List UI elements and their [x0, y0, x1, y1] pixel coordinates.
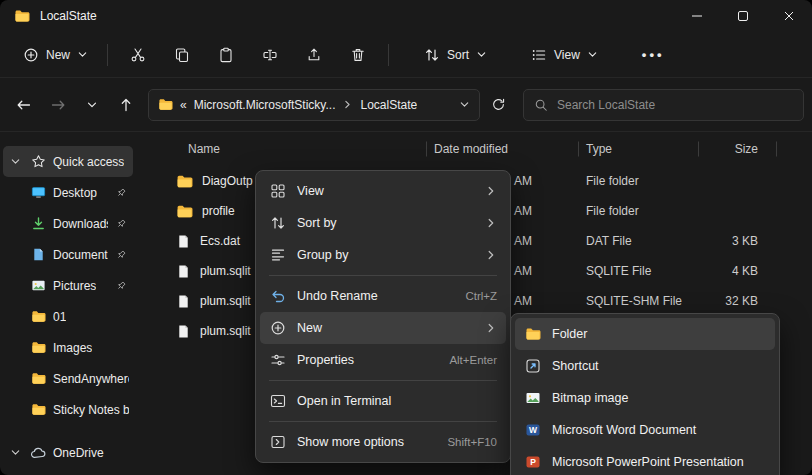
folder-icon [30, 309, 46, 324]
chevron-right-icon [485, 217, 497, 229]
file-name: plum.sqlit [200, 294, 251, 308]
context-menu-item-show-more-options[interactable]: Show more options Shift+F10 [260, 426, 506, 458]
copy-icon [174, 47, 190, 63]
sidebar-item-sendanywhere[interactable]: SendAnywhere [3, 363, 133, 394]
maximize-button[interactable] [720, 0, 766, 32]
sidebar-item-01[interactable]: 01 [3, 301, 133, 332]
sidebar-item-downloads[interactable]: Downloads [3, 208, 133, 239]
submenu-item-folder[interactable]: Folder [515, 318, 775, 350]
delete-button[interactable] [340, 38, 376, 72]
context-menu-item-open-in-terminal[interactable]: Open in Terminal [260, 385, 506, 417]
image-icon [524, 390, 541, 406]
menu-separator [269, 275, 497, 276]
close-button[interactable] [766, 0, 812, 32]
sidebar-item-sticky-notes[interactable]: Sticky Notes ba [3, 394, 133, 425]
column-header-name[interactable]: Name [136, 132, 426, 166]
submenu-item-word-document[interactable]: W Microsoft Word Document [515, 414, 775, 446]
sidebar-item-label: Quick access [53, 155, 124, 169]
file-icon [176, 264, 191, 279]
title-bar: LocalState [0, 0, 812, 32]
file-type: SQLITE-SHM File [578, 294, 698, 308]
paste-button[interactable] [208, 38, 244, 72]
context-menu-item-undo-rename[interactable]: Undo Rename Ctrl+Z [260, 280, 506, 312]
minimize-button[interactable] [674, 0, 720, 32]
sidebar-item-desktop[interactable]: Desktop [3, 177, 133, 208]
context-menu-item-view[interactable]: View [260, 175, 506, 207]
file-name: Ecs.dat [200, 234, 240, 248]
context-menu-item-group-by[interactable]: Group by [260, 239, 506, 271]
view-grid-icon [269, 183, 286, 199]
sidebar-item-quick-access[interactable]: Quick access [3, 146, 133, 177]
chevron-down-icon [77, 49, 88, 60]
rename-button[interactable] [252, 38, 288, 72]
word-icon: W [524, 422, 541, 438]
star-icon [30, 154, 46, 169]
submenu-item-bitmap-image[interactable]: Bitmap image [515, 382, 775, 414]
folder-icon [30, 371, 46, 386]
column-header-size[interactable]: Size [698, 132, 776, 166]
cut-button[interactable] [120, 38, 156, 72]
powerpoint-icon: P [524, 454, 541, 470]
context-menu: View Sort by Group by Undo Rename Ctrl+Z… [255, 170, 511, 463]
breadcrumb-overflow[interactable]: « [180, 98, 187, 112]
toolbar-separator [388, 44, 389, 66]
search-input[interactable] [557, 98, 793, 112]
sidebar-item-label: Desktop [53, 186, 97, 200]
chevron-down-icon[interactable] [7, 447, 23, 458]
monitor-icon [30, 185, 46, 200]
view-icon [531, 47, 547, 63]
sidebar-item-images[interactable]: Images [3, 332, 133, 363]
sort-button-label: Sort [447, 48, 469, 62]
new-button[interactable]: New [14, 40, 97, 70]
submenu-item-shortcut[interactable]: Shortcut [515, 350, 775, 382]
sidebar-item-documents[interactable]: Documents [3, 239, 133, 270]
context-menu-item-sort-by[interactable]: Sort by [260, 207, 506, 239]
pin-icon [115, 249, 129, 261]
submenu-item-powerpoint-presentation[interactable]: P Microsoft PowerPoint Presentation [515, 446, 775, 475]
properties-icon [269, 352, 286, 368]
command-toolbar: New Sort View ••• [0, 32, 812, 78]
context-menu-item-properties[interactable]: Properties Alt+Enter [260, 344, 506, 376]
new-submenu: Folder Shortcut Bitmap image W Microsoft… [510, 313, 780, 475]
sidebar-item-onedrive[interactable]: OneDrive [3, 437, 133, 468]
view-button[interactable]: View [522, 40, 607, 70]
sort-button[interactable]: Sort [415, 40, 496, 70]
breadcrumb-current[interactable]: LocalState [360, 98, 417, 112]
share-icon [306, 47, 322, 63]
sidebar-item-label: Documents [53, 248, 108, 262]
context-menu-item-new[interactable]: New [260, 312, 506, 344]
back-button[interactable] [8, 89, 39, 120]
refresh-button[interactable] [483, 89, 514, 120]
file-size: 32 KB [698, 294, 776, 308]
chevron-right-icon [342, 99, 353, 110]
plus-circle-icon [269, 320, 286, 336]
navigation-bar: « Microsoft.MicrosoftSticky... LocalStat… [0, 78, 812, 132]
see-more-button[interactable]: ••• [633, 40, 674, 69]
folder-icon [14, 8, 30, 24]
show-more-icon [269, 434, 286, 450]
column-header-spacer [776, 132, 812, 166]
forward-button[interactable] [42, 89, 73, 120]
file-type: File folder [578, 204, 698, 218]
column-header-type[interactable]: Type [578, 132, 698, 166]
plus-circle-icon [23, 47, 39, 63]
copy-button[interactable] [164, 38, 200, 72]
file-explorer-window: LocalState New Sort [0, 0, 812, 475]
column-header-date-modified[interactable]: Date modified [426, 132, 578, 166]
recent-locations-button[interactable] [76, 89, 107, 120]
shortcut-icon [524, 358, 541, 374]
view-button-label: View [554, 48, 580, 62]
address-bar[interactable]: « Microsoft.MicrosoftSticky... LocalStat… [148, 89, 480, 121]
share-button[interactable] [296, 38, 332, 72]
file-name: plum.sqlit [200, 324, 251, 338]
sidebar-item-pictures[interactable]: Pictures [3, 270, 133, 301]
menu-separator [269, 380, 497, 381]
breadcrumb-parent[interactable]: Microsoft.MicrosoftSticky... [194, 98, 336, 112]
address-dropdown-chevron-icon[interactable] [459, 99, 470, 110]
sidebar-item-label: SendAnywhere [53, 372, 129, 386]
up-button[interactable] [110, 89, 141, 120]
pin-icon [115, 280, 129, 292]
menu-separator [269, 421, 497, 422]
chevron-down-icon[interactable] [7, 156, 23, 167]
file-icon [176, 294, 191, 309]
